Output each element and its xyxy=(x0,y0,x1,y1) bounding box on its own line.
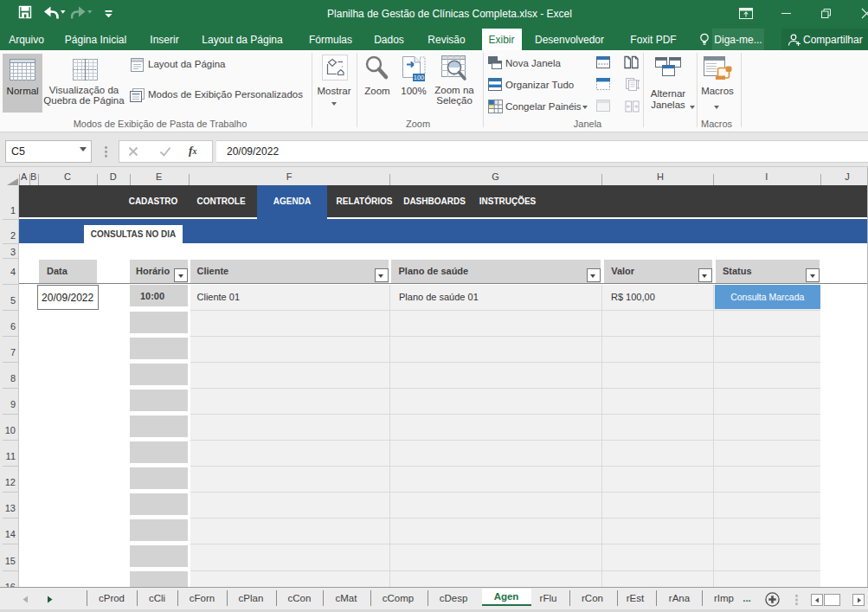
svg-text:100: 100 xyxy=(414,74,425,81)
